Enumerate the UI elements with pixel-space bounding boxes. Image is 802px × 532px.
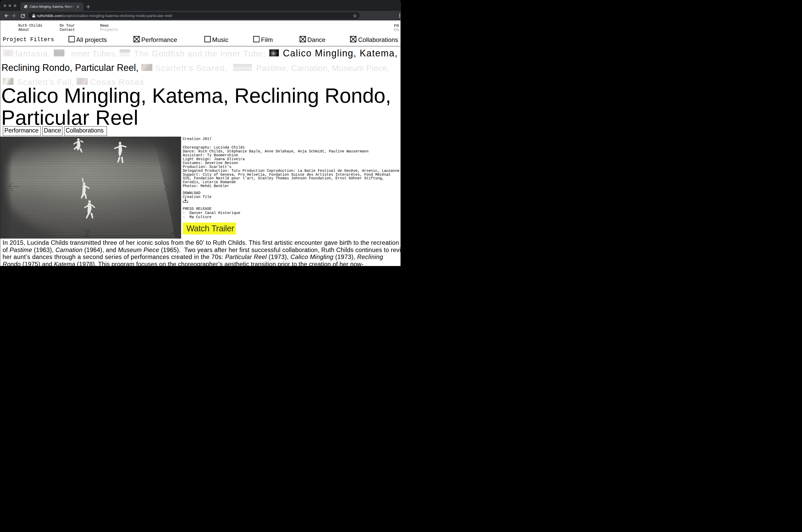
svg-text:2: 2 bbox=[84, 228, 90, 239]
svg-text:4: 4 bbox=[172, 227, 177, 238]
